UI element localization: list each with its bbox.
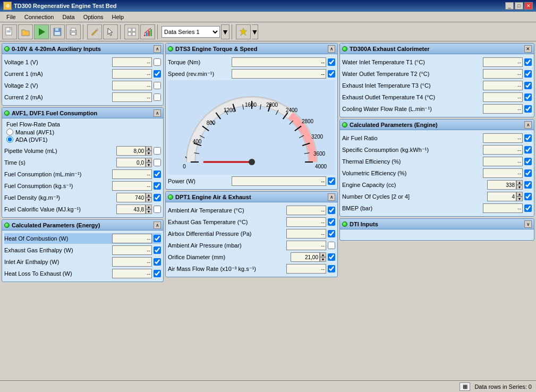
air-fuel-ratio-checkbox[interactable] xyxy=(524,134,532,142)
speed-input[interactable] xyxy=(232,69,326,79)
amb-air-pressure-checkbox[interactable] xyxy=(328,242,335,249)
orifice-up[interactable]: ▲ xyxy=(320,252,326,257)
menu-options[interactable]: Options xyxy=(79,13,108,21)
fuel-cal-input[interactable] xyxy=(116,204,146,214)
air-mass-flow-checkbox[interactable] xyxy=(328,265,335,272)
exhaust-outlet-t4-input[interactable] xyxy=(483,92,523,102)
menu-file[interactable]: File xyxy=(2,13,20,21)
fuel-cons-ml-checkbox[interactable] xyxy=(154,171,161,178)
series-dropdown-btn[interactable]: ▼ xyxy=(221,24,229,39)
pipette-checkbox[interactable] xyxy=(154,147,161,155)
fuel-cons-kg-input[interactable] xyxy=(112,181,152,191)
settings-dropdown[interactable]: ▼ xyxy=(252,24,258,39)
heat-loss-input[interactable] xyxy=(112,269,152,278)
bmep-input[interactable] xyxy=(483,203,523,213)
amb-air-temp-checkbox[interactable] xyxy=(328,207,335,214)
print-button[interactable] xyxy=(66,24,81,39)
exhaust-gas-temp-input[interactable] xyxy=(286,217,326,227)
settings-button[interactable] xyxy=(236,24,251,39)
cursor-button[interactable] xyxy=(103,24,118,39)
airbox-diff-checkbox[interactable] xyxy=(328,230,335,237)
water-inlet-checkbox[interactable] xyxy=(524,58,532,66)
menu-data[interactable]: Data xyxy=(58,13,79,21)
orifice-input[interactable] xyxy=(291,252,320,262)
menu-connection[interactable]: Connection xyxy=(20,13,58,21)
engine-cap-checkbox[interactable] xyxy=(524,181,532,189)
cooling-water-flow-checkbox[interactable] xyxy=(524,105,532,113)
current2-input[interactable] xyxy=(112,92,152,102)
bmep-checkbox[interactable] xyxy=(524,204,532,212)
pipette-up[interactable]: ▲ xyxy=(146,146,152,151)
fuel-density-input[interactable] xyxy=(116,193,146,202)
dti-collapse[interactable]: ∨ xyxy=(524,220,532,228)
close-button[interactable]: ✕ xyxy=(524,2,533,10)
orifice-checkbox[interactable] xyxy=(328,253,335,261)
run-button[interactable] xyxy=(34,24,49,39)
heat-combustion-checkbox[interactable] xyxy=(154,235,161,242)
current1-input[interactable] xyxy=(112,69,152,79)
specific-cons-checkbox[interactable] xyxy=(524,146,532,154)
exhaust-inlet-t3-checkbox[interactable] xyxy=(524,82,532,89)
torque-input[interactable] xyxy=(232,57,326,67)
engine-cap-down[interactable]: ▼ xyxy=(516,185,523,190)
exhaust-enthalpy-input[interactable] xyxy=(112,245,152,255)
water-outlet-checkbox[interactable] xyxy=(524,70,532,78)
voltage1-input[interactable] xyxy=(112,57,152,67)
power-checkbox[interactable] xyxy=(328,177,335,185)
torque-checkbox[interactable] xyxy=(328,58,335,66)
exhaust-inlet-t3-input[interactable] xyxy=(483,81,523,90)
air-mass-flow-input[interactable] xyxy=(286,264,326,274)
fuel-cons-ml-input[interactable] xyxy=(112,169,152,179)
voltage1-checkbox[interactable] xyxy=(154,58,161,66)
power-input[interactable] xyxy=(232,176,326,186)
engine-cap-up[interactable]: ▲ xyxy=(516,180,523,185)
heat-combustion-input[interactable] xyxy=(112,234,152,243)
exhaust-outlet-t4-checkbox[interactable] xyxy=(524,93,532,101)
specific-cons-input[interactable] xyxy=(483,145,523,155)
water-inlet-input[interactable] xyxy=(483,57,523,67)
inlet-air-input[interactable] xyxy=(112,257,152,267)
exhaust-gas-temp-checkbox[interactable] xyxy=(328,218,335,226)
new-button[interactable] xyxy=(2,24,17,39)
amb-air-temp-input[interactable] xyxy=(286,206,326,215)
calorimeter-collapse[interactable]: ✕ xyxy=(524,45,532,53)
cooling-water-flow-input[interactable] xyxy=(483,104,523,114)
heat-loss-checkbox[interactable] xyxy=(154,270,161,277)
num-cycles-up[interactable]: ▲ xyxy=(516,192,523,197)
time-checkbox[interactable] xyxy=(154,159,161,166)
grid-button[interactable] xyxy=(124,24,139,39)
chart-button[interactable] xyxy=(140,24,155,39)
num-cycles-checkbox[interactable] xyxy=(524,193,532,200)
fuel-cal-down[interactable]: ▼ xyxy=(146,209,152,214)
calc-engine-collapse[interactable]: ∧ xyxy=(524,121,532,129)
open-button[interactable] xyxy=(18,24,33,39)
volumetric-eff-checkbox[interactable] xyxy=(524,169,532,177)
radio-manual[interactable] xyxy=(6,129,13,135)
voltage2-input[interactable] xyxy=(112,81,152,90)
fuel-density-checkbox[interactable] xyxy=(154,194,161,201)
pencil-button[interactable] xyxy=(87,24,102,39)
fuel-cal-checkbox[interactable] xyxy=(154,206,161,213)
fuel-cons-kg-checkbox[interactable] xyxy=(154,182,161,190)
pipette-down[interactable]: ▼ xyxy=(146,151,152,156)
pipette-input[interactable] xyxy=(116,146,146,156)
current1-checkbox[interactable] xyxy=(154,70,161,78)
menu-help[interactable]: Help xyxy=(108,13,129,21)
fuel-cal-up[interactable]: ▲ xyxy=(146,204,152,209)
fuel-collapse[interactable]: ∧ xyxy=(154,109,161,117)
fuel-density-up[interactable]: ▲ xyxy=(146,193,152,198)
aux-collapse[interactable]: ∧ xyxy=(154,45,161,53)
orifice-down[interactable]: ▼ xyxy=(320,257,326,262)
num-cycles-down[interactable]: ▼ xyxy=(516,197,523,201)
save-button[interactable] xyxy=(50,24,65,39)
time-down[interactable]: ▼ xyxy=(146,163,152,167)
airbox-diff-input[interactable] xyxy=(286,229,326,238)
amb-air-pressure-input[interactable] xyxy=(286,241,326,250)
fuel-density-down[interactable]: ▼ xyxy=(146,198,152,202)
series-select[interactable]: Data Series 1 Data Series 2 Data Series … xyxy=(161,26,220,38)
volumetric-eff-input[interactable] xyxy=(483,168,523,178)
air-fuel-ratio-input[interactable] xyxy=(483,133,523,143)
radio-ada[interactable] xyxy=(6,136,13,143)
engine-cap-input[interactable] xyxy=(487,180,516,190)
calc-energy-collapse[interactable]: ∧ xyxy=(154,221,161,229)
